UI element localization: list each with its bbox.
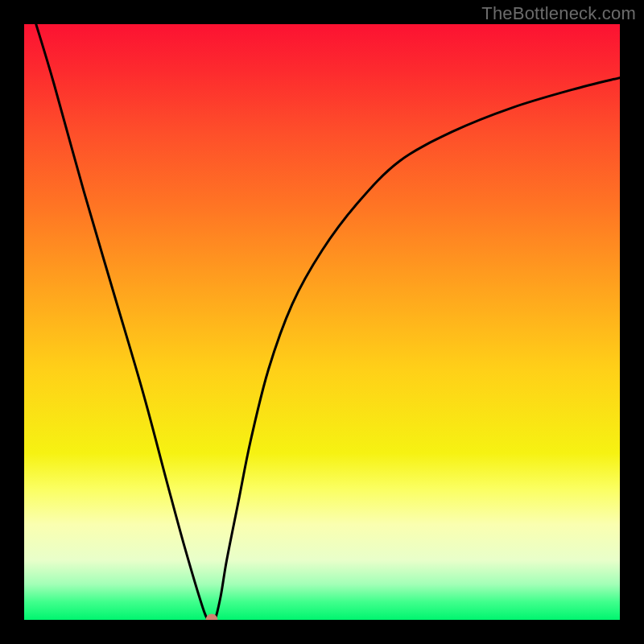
plot-area [24,24,620,620]
chart-frame: TheBottleneck.com [0,0,644,644]
watermark-label: TheBottleneck.com [481,3,636,24]
bottleneck-curve [24,24,620,620]
